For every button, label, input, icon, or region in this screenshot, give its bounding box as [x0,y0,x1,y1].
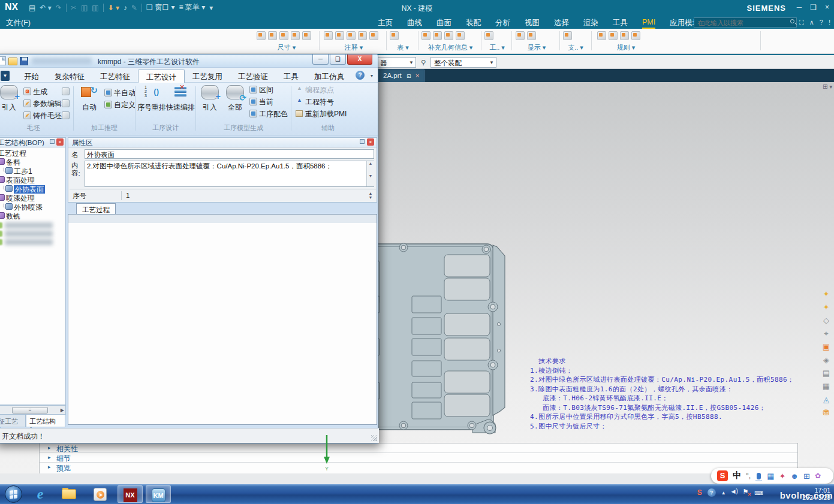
ribbon-icon[interactable] [324,31,333,40]
pin-icon[interactable] [360,139,365,144]
expand-icon[interactable]: ▸ [48,464,51,470]
semi-auto-button[interactable]: 半自动 [104,88,136,99]
ribbon-icon[interactable] [390,31,399,40]
engineering-symbol-button[interactable]: 工程符号 [296,97,334,108]
punctuation-icon[interactable]: °, [746,472,751,480]
tree-hscrollbar[interactable]: ≡ ▶ [0,405,66,415]
undo-icon[interactable]: ↶ ▾ [40,4,51,12]
seq-spinner[interactable]: ▲▼ [367,191,374,200]
ribbon-group-gong[interactable]: 工.. ▾ [484,30,510,53]
save-icon[interactable]: ▤ [29,4,35,12]
ribbon-icon[interactable] [527,31,536,40]
help-tray-icon[interactable]: ? [707,488,716,497]
ribbon-icon[interactable] [279,31,288,40]
restore-button[interactable]: ❑ [810,3,817,11]
tab-analysis[interactable]: 分析 [495,18,510,29]
ribbon-icon[interactable] [597,31,606,40]
ribbon-icon[interactable] [609,31,618,40]
ribbon-icon[interactable] [433,31,442,40]
orange-list-icon[interactable]: ▣ [821,342,832,352]
ribbon-icon[interactable] [484,31,493,40]
ribbon-group-display[interactable]: 显示 ▾ [516,30,558,53]
chevron-down-icon[interactable]: ▾ [371,73,373,79]
close-tab-icon[interactable]: × [416,72,420,79]
tab-feature-process[interactable]: 征工艺(... [0,415,26,427]
open-icon[interactable] [8,58,17,65]
ribbon-icon[interactable] [421,31,430,40]
blank-param-edit-button[interactable]: 参数编辑 [23,99,62,110]
ribbon-icon[interactable] [335,31,344,40]
qat-overflow-icon[interactable]: ▾ [209,4,213,12]
dialog-help-icon[interactable]: ? [356,71,365,80]
tree-item-step1[interactable]: └工步1 [1,167,32,176]
tree-item-paint-treatment[interactable]: 喷漆处理 [0,194,35,203]
paste-icon[interactable]: ▥ [92,4,98,12]
measure-icon[interactable]: ⌖ [821,328,832,339]
expand-icon[interactable]: ▸ [48,454,51,460]
filter-icon[interactable]: ⚲ [421,59,426,67]
close-panel-icon[interactable]: × [367,138,374,146]
ribbon-icon[interactable] [358,31,367,40]
main-menu[interactable]: ≡ 菜单 ▾ [179,2,206,13]
minimize-button[interactable]: ─ [797,3,802,11]
ribbon-icon[interactable] [456,31,465,40]
skin-icon[interactable]: ✦ [779,472,785,481]
dialog-minimize-button[interactable]: ─ [312,55,329,65]
range-button[interactable]: 区间 [249,85,273,96]
show-hidden-icons[interactable]: ▲ [721,490,726,496]
toolbox-icon[interactable]: ⊞ [803,472,810,481]
seq-value[interactable]: 1 [126,192,130,199]
tree-item-material-prep[interactable]: 备料 [0,158,20,167]
selection-scope-dropdown[interactable]: 整个装配▼ [430,57,496,68]
ribbon-group-rules[interactable]: 规则 ▾ [597,30,655,53]
ribbon-group-supplemental-geometry[interactable]: 补充几何信息 ▾ [421,30,479,53]
datum-plane-icon[interactable]: ◇ [821,315,832,325]
auto-button[interactable]: ↻ 自动 [76,85,103,113]
keyboard-icon[interactable]: ▦ [767,472,774,481]
ribbon-icon[interactable] [620,31,629,40]
taskbar-explorer[interactable] [56,485,82,503]
expand-icon[interactable]: ▸ [48,445,51,451]
pin-icon[interactable] [50,139,55,144]
tree-item-process-root[interactable]: 工艺过程 [0,149,26,158]
action-center-icon[interactable] [743,489,749,496]
ribbon-icon[interactable] [291,31,300,40]
process-content-area[interactable] [68,223,377,425]
close-button[interactable]: × [825,3,829,11]
collapse-ribbon-icon[interactable]: ∧ [809,19,814,26]
plan-edit-icon[interactable]: ▤ [821,368,832,378]
document-tab[interactable]: 2A.prt ⊡ × [378,70,424,82]
option-icon[interactable] [62,99,70,107]
table-icon[interactable]: ▦ [821,381,832,391]
alert-icon[interactable]: ! [829,19,830,26]
taskbar-media-player[interactable] [88,485,113,503]
star-effect-icon[interactable]: ✦ [821,289,832,299]
current-button[interactable]: 当前 [249,97,273,108]
taskbar-km[interactable]: KM [146,485,171,503]
tab-home[interactable]: 主页 [378,18,393,29]
window-menu[interactable]: ❑ 窗口 ▾ [146,2,174,13]
scroll-right-icon[interactable]: ▶ [61,408,64,413]
dialog-close-button[interactable]: X [347,55,372,65]
sogou-tray-icon[interactable]: S [697,488,702,497]
cylinder-icon[interactable]: ⛃ [821,408,832,418]
opmodel-all-button[interactable]: ⟳ 全部 [223,85,247,113]
tab-render[interactable]: 渲染 [583,18,598,29]
ribbon-icon[interactable] [369,31,378,40]
file-menu[interactable]: 文件(F) [6,18,31,28]
op-coloring-button[interactable]: 工序配色 [249,109,288,120]
navigator-row-dependencies[interactable]: ▸相关性 [40,443,797,453]
panel-toggle-icon[interactable]: ⊞ ▾ [823,83,832,90]
option-icon[interactable] [62,87,70,95]
new-doc-icon[interactable] [0,56,6,65]
ribbon-icon[interactable] [516,31,525,40]
copy-icon[interactable]: ▥ [81,4,88,12]
tab-process-structure[interactable]: 工艺结构(... [26,415,65,427]
assistant-icon[interactable]: ☻ [790,472,799,481]
save-icon[interactable] [20,57,28,65]
tab-select[interactable]: 选择 [554,18,569,29]
ribbon-icon[interactable] [347,31,356,40]
program-origin-button[interactable]: 编程原点 [296,85,334,96]
network-icon[interactable]: ⌨ [755,490,763,496]
close-panel-icon[interactable]: × [56,138,64,146]
